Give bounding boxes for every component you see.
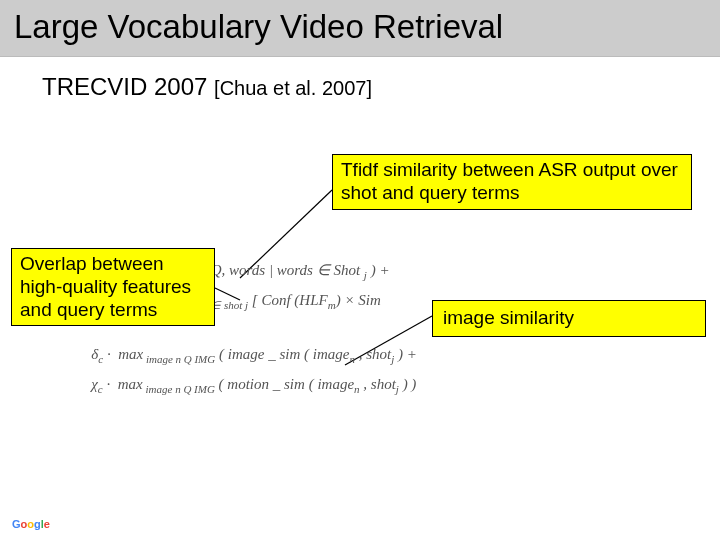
title-bar: Large Vocabulary Video Retrieval: [0, 0, 720, 57]
callout-overlap: Overlap between high-quality features an…: [11, 248, 215, 326]
subtitle-row: TRECVID 2007 [Chua et al. 2007]: [0, 57, 720, 101]
formula-line-3: δc · max image n Q IMG ( image _ sim ( i…: [50, 342, 675, 369]
subtitle: TRECVID 2007: [42, 73, 214, 100]
google-logo: Google: [12, 518, 50, 530]
callout-tfidf: Tfidf similarity between ASR output over…: [332, 154, 692, 210]
formula-line-4: χc · max image n Q IMG ( motion _ sim ( …: [50, 372, 675, 399]
citation: [Chua et al. 2007]: [214, 77, 372, 99]
slide-title: Large Vocabulary Video Retrieval: [14, 8, 706, 46]
callout-image-sim: image similarity: [432, 300, 706, 337]
